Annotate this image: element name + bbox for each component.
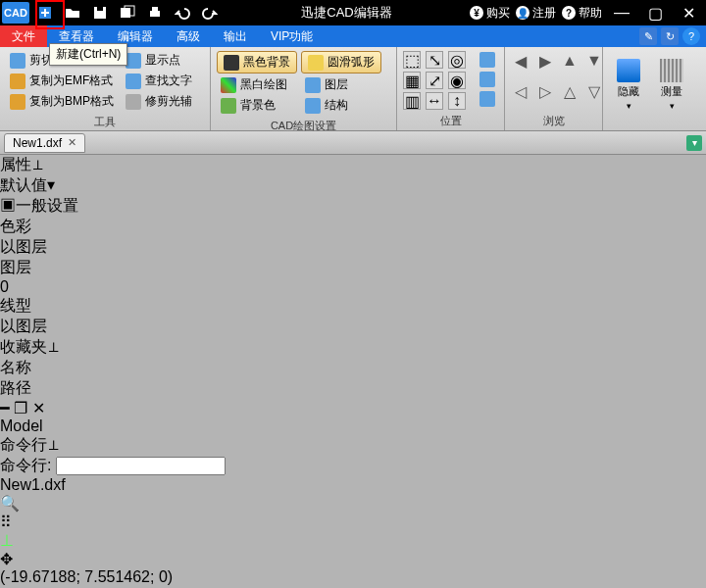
- tab-close-icon[interactable]: ✕: [68, 136, 76, 149]
- nav-down[interactable]: ▼: [584, 51, 604, 71]
- trim-highlight-button[interactable]: 修剪光辅: [122, 92, 196, 111]
- print-button[interactable]: [141, 0, 169, 25]
- nav-right[interactable]: ▶: [535, 51, 555, 71]
- command-input[interactable]: [56, 457, 226, 475]
- ribbon-group-tools-label: 工具: [0, 115, 210, 131]
- prop-row-layer[interactable]: 图层0: [0, 258, 706, 296]
- ribbon-group-browse-label: 浏览: [505, 114, 602, 130]
- black-bg-button[interactable]: 黑色背景: [217, 51, 297, 74]
- fav-col-name[interactable]: 名称: [0, 358, 706, 378]
- prop-row-color[interactable]: 色彩以图层: [0, 217, 706, 258]
- canvas-close-icon[interactable]: ✕: [32, 400, 45, 416]
- nav-8[interactable]: ▽: [584, 82, 604, 102]
- maximize-button[interactable]: ▢: [641, 0, 669, 25]
- close-button[interactable]: ✕: [675, 0, 702, 25]
- register-button[interactable]: 👤注册: [516, 5, 556, 22]
- favorites-columns: 名称 路径: [0, 358, 706, 399]
- svg-rect-5: [150, 11, 160, 17]
- model-tab[interactable]: Model: [0, 417, 706, 435]
- pos-btn-8[interactable]: ↔: [426, 92, 443, 110]
- status-tool-4[interactable]: ✥: [0, 550, 706, 568]
- pos-btn-9[interactable]: ↕: [448, 92, 466, 110]
- command-input-row: 命令行:: [0, 456, 706, 476]
- pin-icon[interactable]: ⊥: [47, 436, 60, 453]
- menu-advanced[interactable]: 高级: [165, 25, 212, 47]
- find-text-button[interactable]: 查找文字: [122, 72, 196, 90]
- prop-row-linetype[interactable]: 线型以图层: [0, 296, 706, 337]
- bg-color-button[interactable]: 背景色: [217, 96, 297, 115]
- command-panel-title: 命令行⊥: [0, 435, 706, 456]
- doc-dropdown-icon[interactable]: ▾: [686, 135, 702, 151]
- help-question-icon[interactable]: ?: [682, 27, 700, 45]
- measure-button[interactable]: 测量▾: [652, 51, 691, 113]
- buy-button[interactable]: ¥购买: [470, 5, 510, 22]
- undo-button[interactable]: [169, 0, 196, 25]
- copy-bmp-button[interactable]: 复制为BMP格式: [6, 92, 118, 111]
- nav-up[interactable]: ▲: [560, 51, 580, 71]
- save-as-button[interactable]: [114, 0, 141, 25]
- hide-button[interactable]: 隐藏▾: [609, 51, 648, 113]
- ribbon-group-cad-label: CAD绘图设置: [211, 119, 396, 135]
- redo-button[interactable]: [196, 0, 224, 25]
- pos-extra-3[interactable]: [476, 90, 499, 108]
- nav-left[interactable]: ◀: [511, 51, 530, 71]
- prop-group-general[interactable]: ▣一般设置: [0, 196, 706, 217]
- pos-btn-3[interactable]: ◎: [448, 51, 466, 69]
- canvas-max-icon[interactable]: ❐: [14, 400, 27, 416]
- fav-col-path[interactable]: 路径: [0, 378, 706, 399]
- properties-combo[interactable]: 默认值▾: [0, 175, 706, 196]
- ribbon-group-position-label: 位置: [397, 114, 504, 130]
- pos-btn-2[interactable]: ⤡: [426, 51, 443, 69]
- command-prompt-label: 命令行:: [0, 457, 51, 473]
- bw-draw-button[interactable]: 黑白绘图: [217, 75, 297, 94]
- pos-btn-6[interactable]: ◉: [448, 72, 466, 89]
- pin-icon[interactable]: ⊥: [31, 156, 44, 172]
- pos-btn-7[interactable]: ▥: [403, 92, 421, 110]
- nav-5[interactable]: ◁: [511, 82, 530, 102]
- canvas-min-icon[interactable]: ━: [0, 400, 10, 416]
- svg-rect-6: [152, 7, 158, 11]
- properties-table: ▣一般设置 色彩以图层 图层0 线型以图层: [0, 196, 706, 337]
- tooltip-new: 新建(Ctrl+N): [49, 43, 127, 66]
- nav-6[interactable]: ▷: [535, 82, 555, 102]
- layer-button[interactable]: 图层: [301, 75, 381, 94]
- pos-btn-5[interactable]: ⤢: [426, 72, 443, 89]
- status-coords: (-19.67188; 7.551462; 0): [0, 568, 706, 586]
- menu-file[interactable]: 文件: [0, 25, 47, 47]
- pos-btn-4[interactable]: ▦: [403, 72, 421, 89]
- app-title: 迅捷CAD编辑器: [224, 4, 470, 22]
- svg-rect-2: [97, 7, 103, 11]
- properties-panel-title: 属性⊥: [0, 155, 706, 175]
- minimize-button[interactable]: —: [608, 0, 635, 25]
- status-tool-1[interactable]: 🔍: [0, 494, 706, 513]
- status-tool-2[interactable]: ⠿: [0, 513, 706, 531]
- save-button[interactable]: [86, 0, 114, 25]
- drawing-canvas[interactable]: ━ ❐ ✕: [0, 399, 706, 417]
- help-button[interactable]: ?帮助: [562, 5, 602, 22]
- copy-emf-button[interactable]: 复制为EMF格式: [6, 72, 118, 90]
- nav-7[interactable]: △: [560, 82, 580, 102]
- app-logo[interactable]: CAD: [2, 2, 29, 24]
- menu-output[interactable]: 输出: [212, 25, 259, 47]
- title-bar: CAD 迅捷CAD编辑器 ¥购买 👤注册 ?帮助 — ▢ ✕: [0, 0, 706, 25]
- pos-extra-1[interactable]: [476, 51, 499, 69]
- help-edit-icon[interactable]: ✎: [639, 27, 657, 45]
- structure-button[interactable]: 结构: [301, 96, 381, 115]
- help-reset-icon[interactable]: ↻: [661, 27, 679, 45]
- browse-grid: ◀▶▲▼ ◁▷△▽: [511, 51, 606, 110]
- favorites-panel-title: 收藏夹⊥: [0, 337, 706, 358]
- status-bar: New1.dxf 🔍 ⠿ ⊥ ✥ (-19.67188; 7.551462; 0…: [0, 476, 706, 588]
- pos-btn-1[interactable]: ⬚: [403, 51, 421, 69]
- pin-icon[interactable]: ⊥: [47, 338, 60, 355]
- status-file: New1.dxf: [0, 476, 706, 494]
- position-grid: ⬚⤡◎ ▦⤢◉ ▥↔↕: [403, 51, 468, 110]
- status-tool-3[interactable]: ⊥: [0, 531, 706, 550]
- pos-extra-2[interactable]: [476, 71, 499, 88]
- open-file-button[interactable]: [59, 0, 86, 25]
- new-file-button[interactable]: [31, 0, 59, 25]
- menu-vip[interactable]: VIP功能: [259, 25, 325, 47]
- document-tab[interactable]: New1.dxf✕: [4, 133, 85, 153]
- show-point-button[interactable]: 显示点: [122, 51, 196, 70]
- smooth-arc-button[interactable]: 圆滑弧形: [301, 51, 381, 74]
